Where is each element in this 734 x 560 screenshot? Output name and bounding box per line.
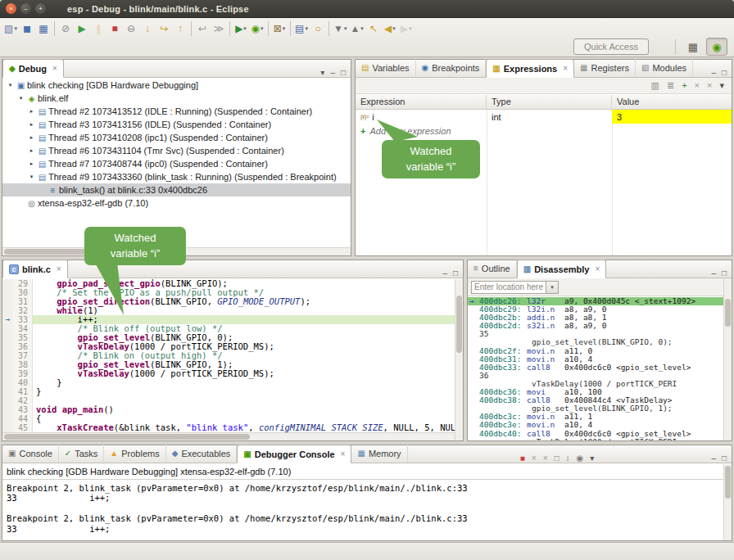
last-edit-location-button[interactable]: ↖ <box>365 20 382 38</box>
open-console-menu-icon[interactable]: ▾ <box>590 454 594 463</box>
view-tab-disassembly[interactable]: ▥Disassembly× <box>517 260 607 278</box>
run-button[interactable]: ▶▾ <box>233 20 249 38</box>
show-logical-structures-icon[interactable]: ▥ <box>651 81 659 90</box>
collapse-all-icon[interactable]: ≣ <box>667 81 674 90</box>
save-button[interactable]: ◼ <box>19 20 35 38</box>
tree-expand-icon[interactable]: ▸ <box>27 121 36 128</box>
debug-view-tab-debug[interactable]: ◆Debug× <box>2 59 64 78</box>
debug-tree-item[interactable]: ▸▤Thread #6 1073431104 (Tmr Svc) (Suspen… <box>2 144 351 157</box>
forward-button[interactable]: ▶▾ <box>398 20 415 38</box>
debug-launch-tree[interactable]: ▾▣blink checking [GDB Hardware Debugging… <box>2 79 351 246</box>
previous-annotation-button[interactable]: ▲▾ <box>348 20 365 38</box>
view-tab-registers[interactable]: ▦Registers <box>574 59 636 77</box>
step-over-button[interactable]: ↪ <box>156 20 172 38</box>
titlebar[interactable]: ×–+ esp - Debug - blink/main/blink.c - E… <box>0 0 734 18</box>
open-perspective-button[interactable]: ▦ <box>682 38 704 56</box>
build-button[interactable]: ⊠▾ <box>271 20 288 38</box>
step-into-button[interactable]: ↓ <box>139 20 156 38</box>
console-tab-tasks[interactable]: ✓Tasks <box>59 445 105 463</box>
tree-expand-icon[interactable]: ▾ <box>6 82 15 88</box>
debug-tree-item[interactable]: ▸▤Thread #3 1073413156 (IDLE) (Suspended… <box>2 118 351 131</box>
close-tab-icon[interactable]: × <box>563 64 568 73</box>
minimize-icon[interactable]: – <box>711 454 716 463</box>
suspend-button[interactable]: ∥ <box>90 20 106 38</box>
save-all-button[interactable]: ▦ <box>35 20 52 38</box>
back-button[interactable]: ◀▾ <box>382 20 398 38</box>
close-tab-icon[interactable]: × <box>52 64 57 73</box>
remove-all-terminated-icon[interactable]: × <box>543 454 548 463</box>
disassembly-vertical-scrollbar[interactable] <box>723 279 732 440</box>
remove-launch-icon[interactable]: × <box>532 454 537 463</box>
column-header-type[interactable]: Type <box>487 95 612 109</box>
remove-all-expressions-icon[interactable]: × <box>707 81 712 90</box>
tree-expand-icon[interactable]: ▸ <box>27 108 36 115</box>
minimize-icon[interactable]: – <box>330 68 335 77</box>
maximize-icon[interactable]: □ <box>722 454 727 463</box>
minimize-icon[interactable]: – <box>711 68 716 77</box>
tree-expand-icon[interactable]: ▸ <box>27 134 36 141</box>
maximize-button[interactable]: + <box>35 3 46 14</box>
view-tab-expressions[interactable]: ▥Expressions× <box>486 59 574 78</box>
view-menu-icon[interactable]: ▾ <box>719 81 724 90</box>
tree-expand-icon[interactable]: ▸ <box>27 147 36 154</box>
create-watch-expression-icon[interactable]: + <box>682 81 686 90</box>
scrollbar-thumb[interactable] <box>4 434 250 440</box>
drop-to-frame-button[interactable]: ↩ <box>194 20 211 38</box>
console-tab-console[interactable]: ▣Console <box>2 445 59 463</box>
debug-tree-item[interactable]: ▾◈blink.elf <box>2 92 351 105</box>
skip-all-breakpoints-button[interactable]: ⊘ <box>57 20 74 38</box>
column-header-expression[interactable]: Expression <box>356 95 487 109</box>
new-wizard-button[interactable]: ▧▾ <box>2 20 19 38</box>
scroll-lock-icon[interactable]: ↕ <box>566 454 570 463</box>
debug-tree-item[interactable]: ◎xtensa-esp32-elf-gdb (7.10) <box>2 196 351 210</box>
terminate-console-icon[interactable]: ■ <box>520 454 525 463</box>
view-tab-outline[interactable]: ≡Outline <box>468 260 517 278</box>
console-vertical-scrollbar[interactable] <box>723 464 732 540</box>
disassembly-listing[interactable]: →400dbc26:l32ra9, 0x400d045c <_stext+109… <box>468 297 723 440</box>
close-tab-icon[interactable]: × <box>595 264 600 273</box>
maximize-icon[interactable]: □ <box>341 68 346 77</box>
console-text[interactable]: Breakpoint 2, blink_task (pvParameter=0x… <box>2 480 723 537</box>
search-button[interactable]: ○ <box>310 20 326 38</box>
maximize-icon[interactable]: □ <box>722 68 727 77</box>
editor-horizontal-scrollbar[interactable] <box>2 432 455 440</box>
step-return-button[interactable]: ↑ <box>172 20 188 38</box>
maximize-icon[interactable]: □ <box>453 269 458 278</box>
view-tab-variables[interactable]: ▤Variables <box>356 59 416 77</box>
debug-tree-item[interactable]: ▾▣blink checking [GDB Hardware Debugging… <box>2 79 351 92</box>
column-header-value[interactable]: Value <box>612 95 732 109</box>
scrollbar-thumb[interactable] <box>725 466 731 499</box>
location-dropdown-icon[interactable]: ▾ <box>546 281 559 294</box>
debug-tree-item[interactable]: ▸▤Thread #2 1073413512 (IDLE : Running) … <box>2 105 351 118</box>
debugger-console-output[interactable]: blink checking [GDB Hardware Debugging] … <box>2 464 723 540</box>
terminate-button[interactable]: ■ <box>106 20 123 38</box>
debug-tree-item[interactable]: ≡blink_task() at blink.c:33 0x400dbc26 <box>2 183 351 196</box>
console-tab-executables[interactable]: ◆Executables <box>166 445 238 463</box>
editor-tab-blink-c[interactable]: cblink.c× <box>2 260 68 278</box>
minimize-button[interactable]: – <box>20 3 31 14</box>
minimize-icon[interactable]: – <box>442 269 447 278</box>
clear-console-icon[interactable]: □ <box>554 454 559 463</box>
console-tab-debugger-console[interactable]: ▣Debugger Console× <box>237 445 351 463</box>
scrollbar-thumb[interactable] <box>456 296 462 353</box>
instruction-stepping-button[interactable]: ≫ <box>211 20 227 38</box>
minimize-icon[interactable]: – <box>711 269 716 278</box>
close-tab-icon[interactable]: × <box>341 449 346 458</box>
remove-selected-expressions-icon[interactable]: × <box>695 81 700 90</box>
scrollbar-thumb[interactable] <box>725 299 731 327</box>
pin-console-icon[interactable]: ◉ <box>577 454 584 463</box>
debug-perspective-button[interactable]: ◉ <box>706 38 727 56</box>
tree-expand-icon[interactable]: ▾ <box>16 95 25 102</box>
disconnect-button[interactable]: ⊖ <box>123 20 139 38</box>
view-menu-icon[interactable]: ▾ <box>320 68 324 77</box>
new-c-element-button[interactable]: ▤▾ <box>293 20 310 38</box>
view-tab-breakpoints[interactable]: ◉Breakpoints <box>416 59 487 77</box>
editor-vertical-scrollbar[interactable] <box>455 279 463 440</box>
next-annotation-button[interactable]: ▼▾ <box>332 20 348 38</box>
quick-access-button[interactable]: Quick Access <box>573 38 649 55</box>
close-tab-icon[interactable]: × <box>57 264 61 273</box>
maximize-icon[interactable]: □ <box>722 269 727 278</box>
tree-expand-icon[interactable]: ▾ <box>27 174 36 180</box>
debug-button[interactable]: ◉▾ <box>249 20 265 38</box>
debug-tree-item[interactable]: ▾▤Thread #9 1073433360 (blink_task : Run… <box>2 170 351 183</box>
